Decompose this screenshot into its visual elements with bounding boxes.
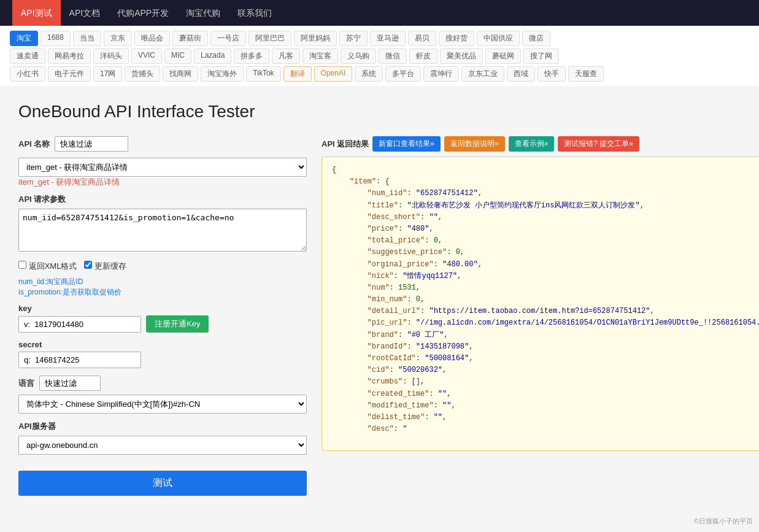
server-section: API服务器 api-gw.onebound.cn	[18, 421, 307, 455]
lang-section: 语言 简体中文 - Chinese Simplified(中文[简体])#zh-…	[18, 376, 307, 414]
server-select[interactable]: api-gw.onebound.cn	[18, 436, 307, 455]
example-button[interactable]: 查看示例»	[509, 136, 555, 152]
tag-小红书[interactable]: 小红书	[10, 66, 45, 82]
right-column: API 返回结果 新窗口查看结果» 返回数据说明» 查看示例» 测试报错? 提交…	[322, 136, 759, 496]
xml-checkbox-label[interactable]: 返回XML格式	[18, 261, 77, 272]
tag-section: 淘宝1688当当京东唯品会蘑菇街一号店阿里巴巴阿里妈妈苏宁亚马逊易贝搜好货中国供…	[0, 26, 759, 87]
tag-17网[interactable]: 17网	[93, 66, 122, 82]
register-key-button[interactable]: 注册开通Key	[146, 315, 209, 333]
secret-input[interactable]	[18, 352, 141, 368]
new-window-button[interactable]: 新窗口查看结果»	[372, 136, 441, 152]
tag-洋码头[interactable]: 洋码头	[93, 48, 129, 64]
cache-checkbox[interactable]	[84, 261, 92, 269]
tag-翻译[interactable]: 翻译	[283, 66, 312, 82]
tag-1688[interactable]: 1688	[40, 31, 71, 46]
tag-搜了网[interactable]: 搜了网	[523, 48, 559, 64]
tag-网易考拉[interactable]: 网易考拉	[48, 48, 91, 64]
key-label: key	[18, 304, 307, 313]
tag-西域[interactable]: 西域	[507, 66, 535, 82]
tag-亚马逊[interactable]: 亚马逊	[370, 31, 406, 46]
tag-震坤行[interactable]: 震坤行	[423, 66, 459, 82]
tag-天服查[interactable]: 天服查	[568, 66, 604, 82]
tag-蘑砝网[interactable]: 蘑砝网	[485, 48, 521, 64]
tag-快手[interactable]: 快手	[537, 66, 566, 82]
columns-layout: API 名称 item_get - 获得淘宝商品详情 item_get - 获得…	[18, 136, 741, 496]
server-label: API服务器	[18, 421, 307, 432]
tag-中国供应[interactable]: 中国供应	[477, 31, 520, 46]
nav-taobao-proxy[interactable]: 淘宝代购	[177, 0, 229, 26]
tag-一号店[interactable]: 一号店	[210, 31, 246, 46]
tag-淘宝海外[interactable]: 淘宝海外	[201, 66, 244, 82]
tag-货捕头[interactable]: 货捕头	[125, 66, 160, 82]
tag-Lazada[interactable]: Lazada	[194, 48, 231, 64]
tag-TikTok[interactable]: TikTok	[246, 66, 280, 82]
tag-OpenAI[interactable]: OpenAI	[314, 66, 353, 82]
tag-阿里妈妈[interactable]: 阿里妈妈	[294, 31, 337, 46]
tag-找商网[interactable]: 找商网	[163, 66, 198, 82]
lang-filter-input[interactable]	[39, 376, 101, 391]
tag-VVIC[interactable]: VVIC	[131, 48, 162, 64]
hint2-link[interactable]: is_promotion:是否获取取促销价	[18, 288, 121, 296]
json-output[interactable]: { "item": { "num_iid": "652874751412", "…	[322, 156, 759, 451]
tag-义乌购[interactable]: 义乌购	[341, 48, 376, 64]
tag-row-1: 淘宝1688当当京东唯品会蘑菇街一号店阿里巴巴阿里妈妈苏宁亚马逊易贝搜好货中国供…	[10, 31, 749, 46]
result-label: API 返回结果	[322, 139, 369, 150]
tag-苏宁[interactable]: 苏宁	[339, 31, 368, 46]
params-textarea[interactable]: num_iid=652874751412&is_promotion=1&cach…	[18, 209, 307, 252]
tag-row-2: 速卖通网易考拉洋码头VVICMICLazada拼多多凡客淘宝客义乌购微信虾皮聚美…	[10, 48, 749, 64]
api-filter-input[interactable]	[55, 136, 128, 152]
api-name-row: API 名称	[18, 136, 307, 152]
tag-微店[interactable]: 微店	[522, 31, 550, 46]
tag-拼多多[interactable]: 拼多多	[234, 48, 269, 64]
params-section: API 请求参数 num_iid=652874751412&is_promoti…	[18, 194, 307, 253]
tag-淘宝客[interactable]: 淘宝客	[302, 48, 338, 64]
cache-checkbox-label[interactable]: 更新缓存	[84, 261, 126, 272]
secret-section: secret	[18, 340, 307, 368]
hint-links: num_iid:淘宝商品ID is_promotion:是否获取取促销价	[18, 277, 307, 298]
nav-contact[interactable]: 联系我们	[229, 0, 280, 26]
tag-搜好货[interactable]: 搜好货	[439, 31, 474, 46]
key-section: key 注册开通Key	[18, 304, 307, 333]
tag-京东[interactable]: 京东	[104, 31, 132, 46]
report-button[interactable]: 测试报错? 提交工单»	[558, 136, 639, 152]
tag-多平台[interactable]: 多平台	[385, 66, 421, 82]
nav-api-doc[interactable]: API文档	[61, 0, 109, 26]
tag-蘑菇街[interactable]: 蘑菇街	[172, 31, 208, 46]
tag-row-3: 小红书电子元件17网货捕头找商网淘宝海外TikTok翻译OpenAI系统多平台震…	[10, 66, 749, 82]
lang-select[interactable]: 简体中文 - Chinese Simplified(中文[简体])#zh-CN	[18, 395, 307, 414]
key-input[interactable]	[18, 316, 141, 333]
tag-凡客[interactable]: 凡客	[272, 48, 300, 64]
api-select[interactable]: item_get - 获得淘宝商品详情	[18, 158, 307, 177]
tag-淘宝[interactable]: 淘宝	[10, 31, 38, 46]
tag-系统[interactable]: 系统	[355, 66, 383, 82]
nav-api-test[interactable]: API测试	[12, 0, 61, 26]
tag-阿里巴巴[interactable]: 阿里巴巴	[249, 31, 291, 46]
nav-app-dev[interactable]: 代购APP开发	[109, 0, 177, 26]
result-header: API 返回结果 新窗口查看结果» 返回数据说明» 查看示例» 测试报错? 提交…	[322, 136, 759, 152]
tag-唯品会[interactable]: 唯品会	[134, 31, 170, 46]
lang-label: 语言	[18, 378, 34, 389]
tag-京东工业[interactable]: 京东工业	[461, 66, 504, 82]
tag-微信[interactable]: 微信	[379, 48, 407, 64]
tag-易贝[interactable]: 易贝	[408, 31, 436, 46]
left-column: API 名称 item_get - 获得淘宝商品详情 item_get - 获得…	[18, 136, 307, 496]
page-title: OneBound API Interface Tester	[18, 102, 741, 121]
tag-虾皮[interactable]: 虾皮	[409, 48, 437, 64]
test-button[interactable]: 测试	[18, 471, 307, 496]
lang-row: 语言	[18, 376, 307, 391]
checkbox-row: 返回XML格式 更新缓存	[18, 261, 307, 272]
api-name-label: API 名称	[18, 139, 50, 150]
xml-checkbox[interactable]	[18, 261, 26, 269]
tag-聚美优品[interactable]: 聚美优品	[440, 48, 483, 64]
main-content: OneBound API Interface Tester API 名称 ite…	[0, 87, 759, 511]
data-desc-button[interactable]: 返回数据说明»	[444, 136, 505, 152]
tag-MIC[interactable]: MIC	[164, 48, 191, 64]
params-label: API 请求参数	[18, 194, 307, 205]
api-description: item_get - 获得淘宝商品详情	[18, 177, 307, 188]
hint1-link[interactable]: num_iid:淘宝商品ID	[18, 277, 83, 286]
top-navigation: API测试 API文档 代购APP开发 淘宝代购 联系我们	[0, 0, 759, 26]
secret-label: secret	[18, 340, 307, 349]
tag-当当[interactable]: 当当	[73, 31, 101, 46]
tag-速卖通[interactable]: 速卖通	[10, 48, 45, 64]
tag-电子元件[interactable]: 电子元件	[48, 66, 91, 82]
